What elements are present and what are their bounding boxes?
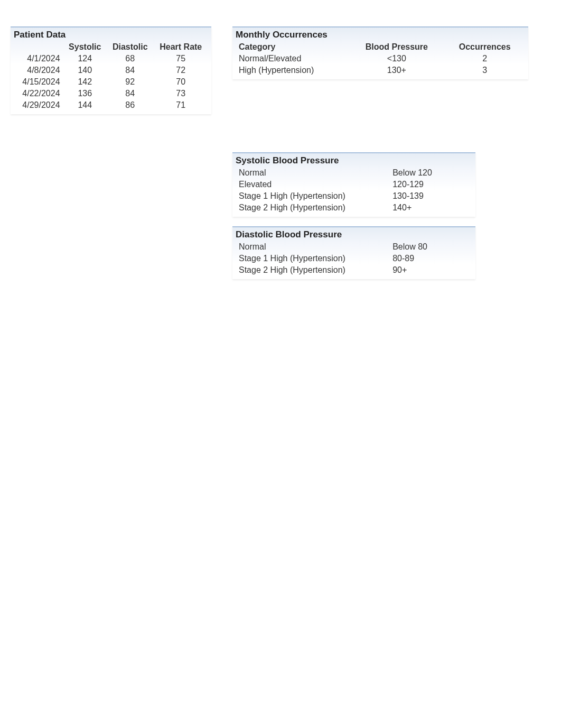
cell-diastolic: 84	[107, 88, 153, 99]
col-date	[14, 41, 63, 53]
cell-heart-rate: 75	[153, 53, 208, 64]
table-row: 4/1/2024 124 68 75	[14, 53, 208, 64]
cell-systolic: 140	[63, 64, 107, 76]
diastolic-reference-block: Diastolic Blood Pressure Normal Below 80…	[232, 226, 475, 279]
col-right: Monthly Occurrences Category Blood Press…	[232, 26, 528, 289]
table-row: 4/8/2024 140 84 72	[14, 64, 208, 76]
patient-data-title: Patient Data	[14, 30, 208, 40]
layout: Patient Data Systolic Diastolic Heart Ra…	[11, 26, 550, 289]
cell-date: 4/29/2024	[14, 99, 63, 111]
cell-systolic: 136	[63, 88, 107, 99]
cell-date: 4/15/2024	[14, 76, 63, 88]
patient-data-block: Patient Data Systolic Diastolic Heart Ra…	[11, 26, 211, 114]
table-row: Normal Below 120	[236, 167, 472, 179]
cell-systolic: 124	[63, 53, 107, 64]
table-row: 4/22/2024 136 84 73	[14, 88, 208, 99]
table-row: High (Hypertension) 130+ 3	[236, 64, 525, 76]
cell-heart-rate: 72	[153, 64, 208, 76]
patient-data-table: Systolic Diastolic Heart Rate 4/1/2024 1…	[14, 41, 208, 111]
table-row: Stage 2 High (Hypertension) 140+	[236, 202, 472, 214]
cell-heart-rate: 71	[153, 99, 208, 111]
col-category: Category	[236, 41, 349, 53]
cell-label: Stage 1 High (Hypertension)	[236, 253, 389, 264]
cell-label: Stage 2 High (Hypertension)	[236, 264, 389, 276]
table-row: Normal/Elevated <130 2	[236, 53, 525, 64]
col-left: Patient Data Systolic Diastolic Heart Ra…	[11, 26, 211, 124]
monthly-occurrences-block: Monthly Occurrences Category Blood Press…	[232, 26, 528, 79]
cell-heart-rate: 73	[153, 88, 208, 99]
cell-systolic: 142	[63, 76, 107, 88]
cell-range: Below 80	[389, 241, 472, 253]
cell-diastolic: 86	[107, 99, 153, 111]
cell-occ: 2	[444, 53, 525, 64]
cell-date: 4/8/2024	[14, 64, 63, 76]
table-row: 4/15/2024 142 92 70	[14, 76, 208, 88]
col-occurrences: Occurrences	[444, 41, 525, 53]
cell-label: Stage 2 High (Hypertension)	[236, 202, 389, 214]
monthly-occurrences-title: Monthly Occurrences	[236, 30, 525, 40]
cell-range: 140+	[389, 202, 472, 214]
cell-diastolic: 68	[107, 53, 153, 64]
cell-occ: 3	[444, 64, 525, 76]
cell-heart-rate: 70	[153, 76, 208, 88]
diastolic-reference-table: Normal Below 80 Stage 1 High (Hypertensi…	[236, 241, 472, 276]
cell-category: High (Hypertension)	[236, 64, 349, 76]
cell-label: Normal	[236, 167, 389, 179]
cell-diastolic: 84	[107, 64, 153, 76]
cell-label: Stage 1 High (Hypertension)	[236, 190, 389, 202]
cell-range: 130-139	[389, 190, 472, 202]
spacer	[232, 89, 528, 152]
diastolic-reference-title: Diastolic Blood Pressure	[236, 229, 472, 240]
col-systolic: Systolic	[63, 41, 107, 53]
col-heart-rate: Heart Rate	[153, 41, 208, 53]
table-row: Stage 1 High (Hypertension) 80-89	[236, 253, 472, 264]
table-row: 4/29/2024 144 86 71	[14, 99, 208, 111]
systolic-reference-title: Systolic Blood Pressure	[236, 155, 472, 166]
cell-label: Elevated	[236, 179, 389, 190]
cell-label: Normal	[236, 241, 389, 253]
table-header-row: Category Blood Pressure Occurrences	[236, 41, 525, 53]
table-header-row: Systolic Diastolic Heart Rate	[14, 41, 208, 53]
cell-diastolic: 92	[107, 76, 153, 88]
col-diastolic: Diastolic	[107, 41, 153, 53]
cell-date: 4/22/2024	[14, 88, 63, 99]
cell-bp: 130+	[349, 64, 444, 76]
cell-date: 4/1/2024	[14, 53, 63, 64]
systolic-reference-block: Systolic Blood Pressure Normal Below 120…	[232, 152, 475, 217]
systolic-reference-table: Normal Below 120 Elevated 120-129 Stage …	[236, 167, 472, 214]
col-blood-pressure: Blood Pressure	[349, 41, 444, 53]
cell-bp: <130	[349, 53, 444, 64]
cell-range: 80-89	[389, 253, 472, 264]
table-row: Elevated 120-129	[236, 179, 472, 190]
cell-range: 90+	[389, 264, 472, 276]
table-row: Stage 1 High (Hypertension) 130-139	[236, 190, 472, 202]
monthly-occurrences-table: Category Blood Pressure Occurrences Norm…	[236, 41, 525, 76]
cell-range: Below 120	[389, 167, 472, 179]
cell-category: Normal/Elevated	[236, 53, 349, 64]
cell-systolic: 144	[63, 99, 107, 111]
cell-range: 120-129	[389, 179, 472, 190]
table-row: Stage 2 High (Hypertension) 90+	[236, 264, 472, 276]
table-row: Normal Below 80	[236, 241, 472, 253]
